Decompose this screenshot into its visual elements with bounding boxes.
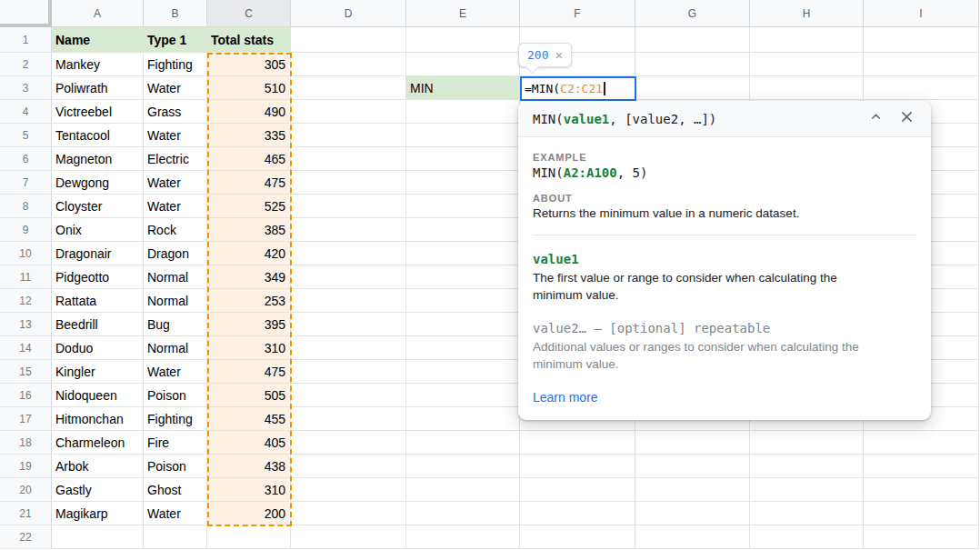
cell-D22[interactable] <box>291 525 406 549</box>
row-number-6[interactable]: 6 <box>0 147 52 171</box>
cell-D18[interactable] <box>291 431 406 455</box>
cell-B11[interactable]: Normal <box>144 265 207 289</box>
cell-C6[interactable]: 465 <box>207 147 291 171</box>
learn-more-link[interactable]: Learn more <box>533 390 598 405</box>
cell-C7[interactable]: 475 <box>207 171 291 195</box>
cell-D17[interactable] <box>291 407 406 431</box>
cell-A15[interactable]: Kingler <box>52 360 144 384</box>
column-header-G[interactable]: G <box>635 0 750 27</box>
cell-G3[interactable] <box>635 76 750 100</box>
cell-C2[interactable]: 305 <box>207 53 291 76</box>
cell-B16[interactable]: Poison <box>144 384 207 407</box>
cell-B7[interactable]: Water <box>144 171 207 195</box>
cell-B3[interactable]: Water <box>144 76 207 100</box>
column-header-D[interactable]: D <box>291 0 406 27</box>
cell-F20[interactable] <box>520 478 635 502</box>
cell-C8[interactable]: 525 <box>207 195 291 218</box>
cell-A2[interactable]: Mankey <box>52 53 144 76</box>
cell-A11[interactable]: Pidgeotto <box>52 265 144 289</box>
cell-B9[interactable]: Rock <box>144 218 207 242</box>
cell-B21[interactable]: Water <box>144 502 207 525</box>
cell-I21[interactable] <box>864 502 979 525</box>
row-number-7[interactable]: 7 <box>0 171 52 195</box>
cell-B2[interactable]: Fighting <box>144 53 207 76</box>
cell-C12[interactable]: 253 <box>207 289 291 313</box>
cell-E14[interactable] <box>406 336 520 360</box>
cell-E10[interactable] <box>406 242 520 265</box>
cell-G20[interactable] <box>635 478 750 502</box>
row-number-9[interactable]: 9 <box>0 218 52 242</box>
cell-D16[interactable] <box>291 384 406 407</box>
cell-D4[interactable] <box>291 100 406 124</box>
row-number-10[interactable]: 10 <box>0 242 52 265</box>
cell-D8[interactable] <box>291 195 406 218</box>
cell-E6[interactable] <box>406 147 520 171</box>
column-header-E[interactable]: E <box>406 0 520 27</box>
cell-A14[interactable]: Doduo <box>52 336 144 360</box>
cell-C1[interactable]: Total stats <box>207 27 291 53</box>
cell-D20[interactable] <box>291 478 406 502</box>
cell-I20[interactable] <box>864 478 979 502</box>
cell-I22[interactable] <box>864 525 979 549</box>
cell-E4[interactable] <box>406 100 520 124</box>
cell-H19[interactable] <box>750 455 864 478</box>
cell-E7[interactable] <box>406 171 520 195</box>
cell-H3[interactable] <box>750 76 864 100</box>
cell-I19[interactable] <box>864 455 979 478</box>
row-number-12[interactable]: 12 <box>0 289 52 313</box>
column-header-I[interactable]: I <box>864 0 979 27</box>
cell-A18[interactable]: Charmeleon <box>52 431 144 455</box>
cell-E17[interactable] <box>406 407 520 431</box>
row-number-4[interactable]: 4 <box>0 100 52 124</box>
row-number-2[interactable]: 2 <box>0 53 52 76</box>
cell-C3[interactable]: 510 <box>207 76 291 100</box>
row-number-5[interactable]: 5 <box>0 124 52 147</box>
cell-A8[interactable]: Cloyster <box>52 195 144 218</box>
cell-A4[interactable]: Victreebel <box>52 100 144 124</box>
cell-E8[interactable] <box>406 195 520 218</box>
cell-C11[interactable]: 349 <box>207 265 291 289</box>
cell-B12[interactable]: Normal <box>144 289 207 313</box>
cell-F18[interactable] <box>520 431 635 455</box>
cell-D11[interactable] <box>291 265 406 289</box>
cell-A3[interactable]: Poliwrath <box>52 76 144 100</box>
cell-E21[interactable] <box>406 502 520 525</box>
cell-A20[interactable]: Gastly <box>52 478 144 502</box>
select-all-corner[interactable] <box>0 0 52 27</box>
column-header-B[interactable]: B <box>144 0 207 27</box>
cell-C17[interactable]: 455 <box>207 407 291 431</box>
close-icon[interactable]: × <box>555 47 563 63</box>
cell-F22[interactable] <box>520 525 635 549</box>
cell-B15[interactable]: Water <box>144 360 207 384</box>
cell-E20[interactable] <box>406 478 520 502</box>
row-number-14[interactable]: 14 <box>0 336 52 360</box>
cell-D19[interactable] <box>291 455 406 478</box>
collapse-button[interactable] <box>865 109 885 129</box>
cell-C5[interactable]: 335 <box>207 124 291 147</box>
cell-D3[interactable] <box>291 76 406 100</box>
cell-E22[interactable] <box>406 525 520 549</box>
cell-E3[interactable]: MIN <box>406 76 520 100</box>
row-number-22[interactable]: 22 <box>0 525 52 549</box>
cell-C21[interactable]: 200 <box>207 502 291 525</box>
cell-H22[interactable] <box>750 525 864 549</box>
cell-C4[interactable]: 490 <box>207 100 291 124</box>
close-button[interactable] <box>896 109 916 129</box>
cell-F19[interactable] <box>520 455 635 478</box>
column-header-F[interactable]: F <box>520 0 635 27</box>
row-number-8[interactable]: 8 <box>0 195 52 218</box>
cell-E15[interactable] <box>406 360 520 384</box>
cell-E2[interactable] <box>406 53 520 76</box>
cell-A10[interactable]: Dragonair <box>52 242 144 265</box>
cell-D15[interactable] <box>291 360 406 384</box>
cell-H1[interactable] <box>750 27 864 53</box>
cell-A13[interactable]: Beedrill <box>52 313 144 336</box>
cell-B22[interactable] <box>144 525 207 549</box>
cell-B20[interactable]: Ghost <box>144 478 207 502</box>
cell-A22[interactable] <box>52 525 144 549</box>
cell-D21[interactable] <box>291 502 406 525</box>
cell-A1[interactable]: Name <box>52 27 144 53</box>
cell-C18[interactable]: 405 <box>207 431 291 455</box>
cell-D13[interactable] <box>291 313 406 336</box>
cell-A5[interactable]: Tentacool <box>52 124 144 147</box>
